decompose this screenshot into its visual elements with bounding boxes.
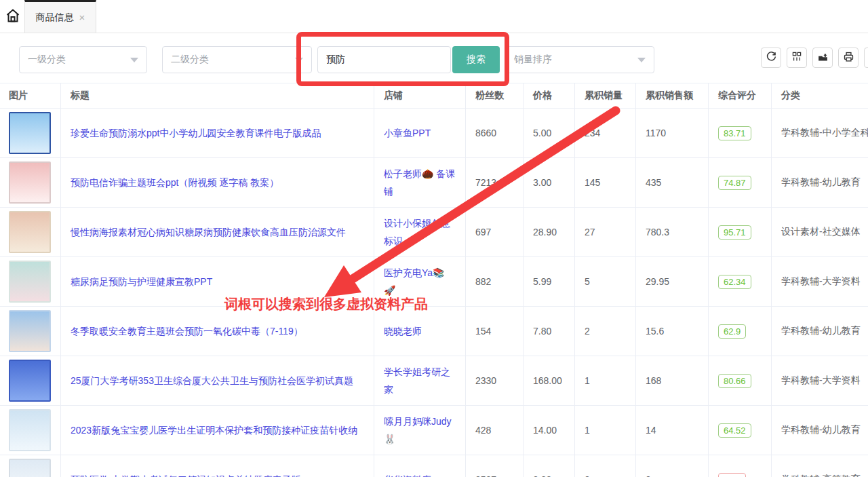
more-tools-button[interactable] [864,47,868,68]
product-info-page: { "colors": { "accent_teal": "#4cb4a0", … [0,0,868,477]
printer-icon [843,51,854,65]
category2-select[interactable]: 二级分类 [162,46,312,73]
sales-amount: 168 [636,356,709,405]
table-row: 25厦门大学考研353卫生综合厦大公共卫生与预防社会医学初试真题 学长学姐考研之… [0,356,868,406]
product-title-link[interactable]: 2023新版兔宝宝婴儿医学出生证明本保护套和预防接种证疫苗针收纳 [71,421,357,439]
product-thumbnail[interactable] [9,310,51,352]
sales-count: 1 [575,406,636,455]
fans-count: 2330 [466,356,524,405]
shop-link[interactable]: 医护充电Ya📚 🚀 [384,264,458,299]
table-row: 预防医学 大学期末考试复习笔记知识点总结题库电子版 华华资料库 2527 2.8… [0,455,868,477]
product-title-link[interactable]: 预防医学 大学期末考试复习笔记知识点总结题库电子版 [71,471,301,477]
search-button[interactable]: 搜索 [452,46,500,73]
header-shop: 店铺 [374,83,466,108]
category1-select[interactable]: 一级分类 [19,46,147,73]
fans-count: 428 [466,406,524,455]
header-sales: 累积销量 [575,83,636,108]
chevron-down-icon [295,58,303,62]
fans-count: 7213 [466,158,524,207]
toolbar [761,47,868,68]
table-row: 珍爱生命预防溺水ppt中小学幼儿园安全教育课件电子版成品 小章鱼PPT 8660… [0,109,868,158]
fans-count: 882 [466,257,524,306]
price: 3.00 [524,158,575,207]
category1-placeholder: 一级分类 [28,54,66,66]
header-amount: 累积销售额 [636,83,709,108]
table-row: 慢性病海报素材冠心病知识糖尿病预防健康饮食高血压防治源文件 设计小保姆创意标识 … [0,208,868,257]
product-thumbnail[interactable] [9,211,51,253]
header-price: 价格 [524,83,575,108]
product-table: 图片 标题 店铺 粉丝数 价格 累积销量 累积销售额 综合评分 分类 珍爱生命预… [0,83,868,477]
columns-icon [791,51,802,64]
table-row: 冬季取暖安全教育主题班会预防一氧化碳中毒（7-119） 晓晓老师 154 7.8… [0,307,868,356]
table-row: 预防电信诈骗主题班会ppt（附视频 逐字稿 教案） 松子老师🌰 备课铺 7213… [0,158,868,208]
product-thumbnail[interactable] [9,261,51,303]
sales-count: 0 [575,455,636,477]
category: 学科教辅-幼儿教育 [772,158,868,207]
refresh-button[interactable] [761,47,781,68]
export-button[interactable] [812,47,833,68]
sales-amount: 780.3 [636,208,709,256]
sales-amount: 29.95 [636,257,709,306]
shop-link[interactable]: 晓晓老师 [384,322,422,340]
score-badge: 62.9 [718,324,746,339]
product-title-link[interactable]: 慢性病海报素材冠心病知识糖尿病预防健康饮食高血压防治源文件 [71,223,346,241]
sales-count: 2 [575,307,636,356]
product-thumbnail[interactable] [9,161,51,204]
score-badge: 83.71 [718,126,751,140]
price: 168.00 [524,356,575,405]
shop-link[interactable]: 松子老师🌰 备课铺 [384,165,458,200]
sales-amount: 1170 [636,109,709,157]
score-badge: 1.00 [718,473,746,477]
sales-count: 234 [575,109,636,157]
header-score: 综合评分 [709,83,772,108]
fans-count: 8660 [466,109,524,157]
table-row: 糖尿病足预防与护理健康宣教PPT 医护充电Ya📚 🚀 882 5.99 5 29… [0,257,868,307]
shop-link[interactable]: 嗦月月妈咪Judy 🐰 [384,413,458,448]
product-title-link[interactable]: 糖尿病足预防与护理健康宣教PPT [71,273,212,290]
home-icon [5,7,21,26]
product-title-link[interactable]: 冬季取暖安全教育主题班会预防一氧化碳中毒（7-119） [71,322,303,340]
score-badge: 64.52 [718,423,751,438]
price: 2.88 [524,455,575,477]
sales-amount: 435 [636,158,709,207]
sort-select[interactable]: 销量排序 [505,46,654,73]
category: 设计素材-社交媒体 [772,208,868,256]
tab-bar: 商品信息 × [0,0,868,33]
score-badge: 95.71 [718,225,751,240]
shop-link[interactable]: 华华资料库 [384,471,431,477]
product-title-link[interactable]: 预防电信诈骗主题班会ppt（附视频 逐字稿 教案） [71,174,279,191]
sort-placeholder: 销量排序 [514,54,552,66]
category: 学科教辅-高等教育 [772,455,868,477]
product-thumbnail[interactable] [9,459,51,477]
chevron-down-icon [637,58,646,62]
tab-close-icon[interactable]: × [79,12,85,22]
shop-link[interactable]: 学长学姐考研之家 [384,363,458,398]
table-row: 2023新版兔宝宝婴儿医学出生证明本保护套和预防接种证疫苗针收纳 嗦月月妈咪Ju… [0,406,868,455]
sales-count: 145 [575,158,636,207]
sales-count: 27 [575,208,636,256]
sales-amount: 0 [636,455,709,477]
search-input[interactable] [326,54,442,65]
category: 学科教辅-幼儿教育 [772,406,868,455]
price: 5.00 [524,109,575,157]
category: 学科教辅-幼儿教育 [772,307,868,356]
print-button[interactable] [838,47,859,68]
product-thumbnail[interactable] [9,360,51,402]
column-settings-button[interactable] [787,47,807,68]
category: 学科教辅-大学资料 [772,257,868,306]
product-title-link[interactable]: 25厦门大学考研353卫生综合厦大公共卫生与预防社会医学初试真题 [71,372,353,389]
chevron-down-icon [130,58,138,62]
home-button[interactable] [3,7,23,27]
product-title-link[interactable]: 珍爱生命预防溺水ppt中小学幼儿园安全教育课件电子版成品 [71,124,321,142]
product-thumbnail[interactable] [9,112,51,154]
sales-count: 1 [575,356,636,405]
price: 28.90 [524,208,575,256]
tab-product-info[interactable]: 商品信息 × [24,0,96,33]
sales-count: 5 [575,257,636,306]
shop-link[interactable]: 设计小保姆创意标识 [384,214,458,250]
search-field-wrap [317,46,451,73]
shop-link[interactable]: 小章鱼PPT [384,124,431,142]
product-thumbnail[interactable] [9,409,51,451]
category: 学科教辅-中小学全科 [772,109,868,157]
category2-placeholder: 二级分类 [171,54,209,66]
